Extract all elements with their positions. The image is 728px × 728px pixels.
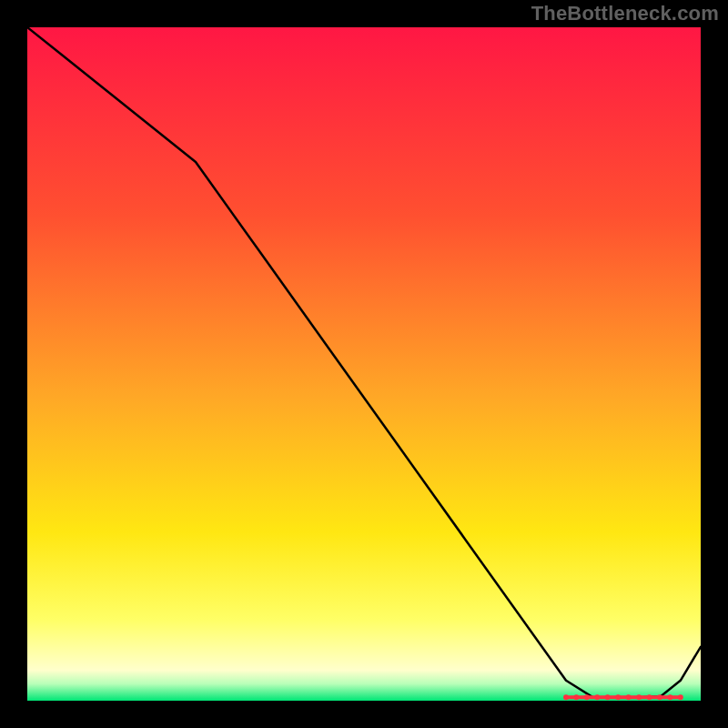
watermark-text: TheBottleneck.com bbox=[531, 2, 719, 25]
flat-marker bbox=[647, 694, 652, 700]
flat-marker bbox=[636, 694, 642, 700]
flat-marker bbox=[657, 694, 662, 700]
flat-marker bbox=[678, 694, 683, 700]
flat-marker bbox=[594, 694, 600, 700]
flat-marker bbox=[626, 694, 632, 700]
chart-background bbox=[27, 27, 701, 701]
chart-plot-area bbox=[27, 27, 701, 701]
flat-marker bbox=[605, 694, 611, 700]
flat-marker bbox=[573, 694, 579, 700]
flat-marker bbox=[563, 694, 569, 700]
flat-marker bbox=[667, 694, 672, 700]
chart-svg bbox=[27, 27, 701, 701]
flat-marker bbox=[615, 694, 621, 700]
flat-marker bbox=[584, 694, 590, 700]
chart-container: { "watermark": "TheBottleneck.com", "cha… bbox=[0, 0, 728, 728]
